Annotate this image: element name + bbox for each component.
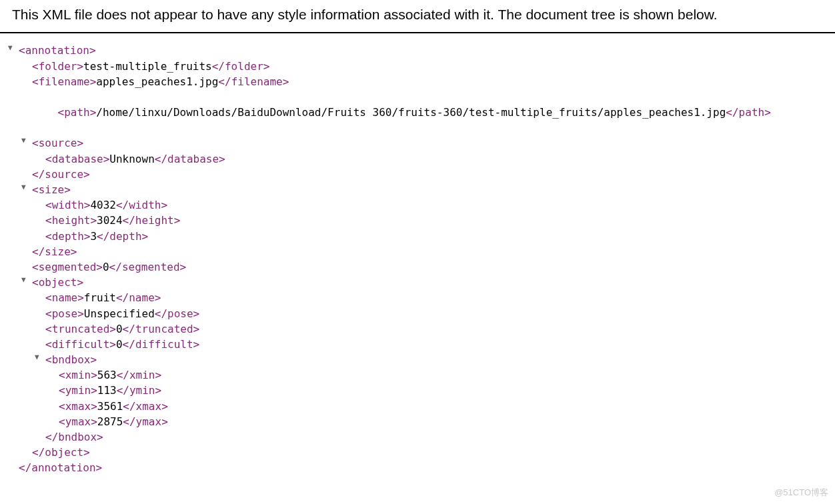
height-close-tag: </height> xyxy=(123,214,181,227)
height-value: 3024 xyxy=(97,214,123,227)
xmin-row: <xmin>563</xmin> xyxy=(59,367,828,383)
height-open-tag: <height> xyxy=(45,214,97,227)
annotation-close-row: </annotation> xyxy=(19,460,828,475)
path-row: <path>/home/linxu/Downloads/BaiduDownloa… xyxy=(32,89,828,136)
folder-close-tag: </folder> xyxy=(212,60,270,73)
segmented-close-tag: </segmented> xyxy=(109,261,187,273)
object-open-row[interactable]: ▼ <object> xyxy=(32,275,828,290)
filename-row: <filename>apples_peaches1.jpg</filename> xyxy=(32,74,828,89)
xml-tree: ▼ <annotation> <folder>test-multiple_fru… xyxy=(0,33,835,482)
depth-close-tag: </depth> xyxy=(97,230,148,243)
path-value: /home/linxu/Downloads/BaiduDownload/Frui… xyxy=(96,106,726,119)
bndbox-open-tag: <bndbox> xyxy=(45,353,97,366)
source-close-tag: </source> xyxy=(32,168,90,181)
pose-close-tag: </pose> xyxy=(155,307,199,320)
xmax-close-tag: </xmax> xyxy=(123,400,167,413)
pose-value: Unspecified xyxy=(84,307,155,320)
truncated-row: <truncated>0</truncated> xyxy=(45,321,828,337)
database-row: <database>Unknown</database> xyxy=(45,151,828,167)
size-open-row[interactable]: ▼ <size> xyxy=(32,182,828,197)
ymax-row: <ymax>2875</ymax> xyxy=(59,414,828,429)
truncated-value: 0 xyxy=(116,323,123,335)
difficult-close-tag: </difficult> xyxy=(123,338,200,351)
toggle-icon[interactable]: ▼ xyxy=(21,182,26,193)
width-row: <width>4032</width> xyxy=(45,197,828,213)
toggle-icon[interactable]: ▼ xyxy=(21,275,26,285)
path-close-tag: </path> xyxy=(726,106,770,119)
difficult-value: 0 xyxy=(116,338,123,351)
path-open-tag: <path> xyxy=(58,106,97,119)
size-close-row: </size> xyxy=(32,244,828,259)
width-value: 4032 xyxy=(90,199,116,211)
name-row: <name>fruit</name> xyxy=(45,290,828,305)
xmin-open-tag: <xmin> xyxy=(59,369,97,381)
annotation-close-tag: </annotation> xyxy=(19,461,102,474)
difficult-open-tag: <difficult> xyxy=(45,338,116,351)
ymax-open-tag: <ymax> xyxy=(59,415,97,428)
ymin-value: 113 xyxy=(97,384,117,397)
name-close-tag: </name> xyxy=(116,291,161,304)
database-close-tag: </database> xyxy=(155,153,225,165)
filename-value: apples_peaches1.jpg xyxy=(96,75,218,88)
truncated-close-tag: </truncated> xyxy=(123,323,200,335)
xmax-value: 3561 xyxy=(97,400,123,413)
size-open-tag: <size> xyxy=(32,183,71,196)
bndbox-close-tag: </bndbox> xyxy=(45,431,103,443)
name-open-tag: <name> xyxy=(45,291,84,304)
segmented-open-tag: <segmented> xyxy=(32,261,103,273)
toggle-icon[interactable]: ▼ xyxy=(8,43,13,53)
ymin-close-tag: </ymin> xyxy=(117,384,161,397)
ymin-row: <ymin>113</ymin> xyxy=(59,383,828,398)
filename-close-tag: </filename> xyxy=(218,75,289,88)
depth-value: 3 xyxy=(90,230,97,243)
database-value: Unknown xyxy=(109,153,154,165)
ymax-close-tag: </ymax> xyxy=(123,415,167,428)
ymin-open-tag: <ymin> xyxy=(59,384,97,397)
bndbox-open-row[interactable]: ▼ <bndbox> xyxy=(45,352,828,367)
source-open-row[interactable]: ▼ <source> xyxy=(32,135,828,151)
truncated-open-tag: <truncated> xyxy=(45,323,116,335)
toggle-icon[interactable]: ▼ xyxy=(21,135,26,146)
object-close-row: </object> xyxy=(32,445,828,460)
filename-open-tag: <filename> xyxy=(32,75,96,88)
folder-value: test-multiple_fruits xyxy=(83,60,212,73)
object-close-tag: </object> xyxy=(32,446,90,459)
depth-open-tag: <depth> xyxy=(45,230,90,243)
database-open-tag: <database> xyxy=(45,153,109,165)
xml-no-style-message: This XML file does not appear to have an… xyxy=(0,0,835,33)
toggle-icon[interactable]: ▼ xyxy=(35,352,39,363)
source-open-tag: <source> xyxy=(32,137,83,149)
segmented-row: <segmented>0</segmented> xyxy=(32,259,828,275)
annotation-open-tag: <annotation> xyxy=(19,44,96,57)
size-close-tag: </size> xyxy=(32,245,77,258)
xmin-value: 563 xyxy=(97,369,117,381)
xmax-open-tag: <xmax> xyxy=(59,400,97,413)
object-open-tag: <object> xyxy=(32,276,83,289)
annotation-open-row[interactable]: ▼ <annotation> xyxy=(19,43,828,58)
source-close-row: </source> xyxy=(32,167,828,182)
folder-row: <folder>test-multiple_fruits</folder> xyxy=(32,59,828,74)
bndbox-close-row: </bndbox> xyxy=(45,429,828,445)
pose-open-tag: <pose> xyxy=(45,307,84,320)
name-value: fruit xyxy=(84,291,116,304)
ymax-value: 2875 xyxy=(97,415,123,428)
width-close-tag: </width> xyxy=(116,199,167,211)
depth-row: <depth>3</depth> xyxy=(45,229,828,244)
difficult-row: <difficult>0</difficult> xyxy=(45,337,828,352)
width-open-tag: <width> xyxy=(45,199,90,211)
segmented-value: 0 xyxy=(103,261,109,273)
folder-open-tag: <folder> xyxy=(32,60,83,73)
pose-row: <pose>Unspecified</pose> xyxy=(45,306,828,321)
height-row: <height>3024</height> xyxy=(45,213,828,228)
xmax-row: <xmax>3561</xmax> xyxy=(59,399,828,414)
xmin-close-tag: </xmin> xyxy=(117,369,161,381)
